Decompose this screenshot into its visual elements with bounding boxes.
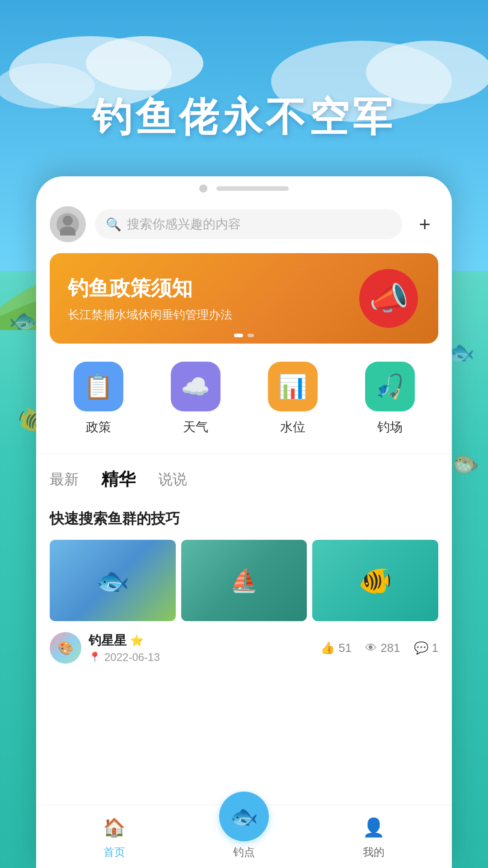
water-level-icon: 📊 <box>278 373 307 401</box>
banner-dots <box>234 334 254 337</box>
stat-likes: 👍 51 <box>320 641 352 655</box>
mine-label: 我的 <box>363 845 385 859</box>
fishing-spot-nav-icon: 🐟 <box>230 803 258 830</box>
nav-fishing-spot[interactable]: 🐟 钓点 <box>219 814 269 859</box>
fishing-spot-center-icon: 🐟 <box>219 792 269 841</box>
post-images <box>50 540 438 621</box>
post-footer: 🎨 钓星星 ⭐ 📍 2022-06-13 👍 51 👁 <box>50 632 438 664</box>
weather-label: 天气 <box>183 419 208 436</box>
policy-label: 政策 <box>86 419 111 436</box>
location-icon: 📍 <box>89 651 101 663</box>
weather-icon: ☁️ <box>181 373 210 401</box>
stat-views: 👁 281 <box>365 641 400 655</box>
bottom-navigation: 🏠 首页 🐟 钓点 👤 我的 <box>36 805 452 868</box>
post-stats: 👍 51 👁 281 💬 1 <box>320 641 438 655</box>
water-icon-wrap: 📊 <box>268 362 318 411</box>
app-content: 🔍 搜索你感兴趣的内容 + 钓鱼政策须知 长江禁捕水域休闲垂钓管理办法 📣 <box>36 197 452 868</box>
spot-label: 钓场 <box>377 419 403 436</box>
author-name-text: 钓星星 <box>89 632 127 649</box>
post-date-location: 📍 2022-06-13 <box>89 651 313 664</box>
menu-item-policy[interactable]: 📋 政策 <box>74 362 123 436</box>
megaphone-circle: 📣 <box>359 269 418 328</box>
menu-item-water[interactable]: 📊 水位 <box>268 362 318 436</box>
likes-count: 51 <box>338 641 352 655</box>
hero-title: 钓鱼佬永不空军 <box>0 90 488 144</box>
tab-moments[interactable]: 说说 <box>158 470 187 491</box>
phone-speaker <box>216 186 289 191</box>
phone-camera <box>199 184 207 193</box>
likes-icon: 👍 <box>320 641 335 655</box>
post-title: 快速搜索鱼群的技巧 <box>50 509 438 529</box>
nav-mine[interactable]: 👤 我的 <box>358 814 389 859</box>
phone-notch <box>36 176 452 197</box>
app-header: 🔍 搜索你感兴趣的内容 + <box>50 197 438 253</box>
weather-icon-wrap: ☁️ <box>171 362 221 411</box>
fishing-spot-icon: 🎣 <box>375 373 404 401</box>
comments-count: 1 <box>432 641 438 655</box>
policy-icon: 📋 <box>84 373 113 401</box>
post-image-1 <box>50 540 176 621</box>
mine-icon: 👤 <box>362 817 385 838</box>
user-avatar[interactable] <box>50 206 86 242</box>
tab-latest[interactable]: 最新 <box>50 470 79 491</box>
menu-grid: 📋 政策 ☁️ 天气 📊 水位 🎣 钓场 <box>50 362 438 436</box>
post-avatar-emoji: 🎨 <box>58 641 74 656</box>
mine-icon-wrap: 👤 <box>358 814 389 841</box>
views-icon: 👁 <box>365 641 377 655</box>
home-icon-wrap: 🏠 <box>99 814 130 841</box>
banner[interactable]: 钓鱼政策须知 长江禁捕水域休闲垂钓管理办法 📣 <box>50 253 438 344</box>
phone-frame: 🔍 搜索你感兴趣的内容 + 钓鱼政策须知 长江禁捕水域休闲垂钓管理办法 📣 <box>36 176 452 868</box>
menu-item-weather[interactable]: ☁️ 天气 <box>171 362 221 436</box>
post-image-2 <box>181 540 307 621</box>
fish-decoration-1: 🐟 <box>9 307 37 334</box>
banner-megaphone: 📣 <box>357 267 420 330</box>
avatar-icon <box>56 213 79 236</box>
views-count: 281 <box>380 641 400 655</box>
home-label: 首页 <box>103 845 125 859</box>
banner-dot-1 <box>234 334 243 337</box>
section-divider <box>36 454 452 454</box>
water-label: 水位 <box>280 419 305 436</box>
post-username: 钓星星 ⭐ <box>89 632 313 649</box>
comments-icon: 💬 <box>414 641 428 655</box>
post-author-avatar[interactable]: 🎨 <box>50 632 81 664</box>
menu-item-spot[interactable]: 🎣 钓场 <box>365 362 415 436</box>
spot-icon-wrap: 🎣 <box>365 362 415 411</box>
policy-icon-wrap: 📋 <box>74 362 123 411</box>
home-icon: 🏠 <box>103 817 126 838</box>
banner-dot-2 <box>248 334 254 337</box>
nav-home[interactable]: 🏠 首页 <box>99 814 130 859</box>
content-tabs: 最新 精华 说说 <box>50 468 438 493</box>
stat-comments: 💬 1 <box>414 641 438 655</box>
tab-featured[interactable]: 精华 <box>101 468 136 493</box>
fishing-spot-label: 钓点 <box>233 845 255 859</box>
add-button[interactable]: + <box>411 211 438 238</box>
search-icon: 🔍 <box>106 217 122 232</box>
author-badge: ⭐ <box>130 634 144 647</box>
post-date: 2022-06-13 <box>104 651 160 664</box>
post-image-3 <box>312 540 438 621</box>
search-bar[interactable]: 🔍 搜索你感兴趣的内容 <box>95 209 402 239</box>
post-user-info: 钓星星 ⭐ 📍 2022-06-13 <box>89 632 313 664</box>
svg-point-1 <box>86 36 203 90</box>
megaphone-icon: 📣 <box>369 280 408 317</box>
search-placeholder-text: 搜索你感兴趣的内容 <box>127 216 241 233</box>
